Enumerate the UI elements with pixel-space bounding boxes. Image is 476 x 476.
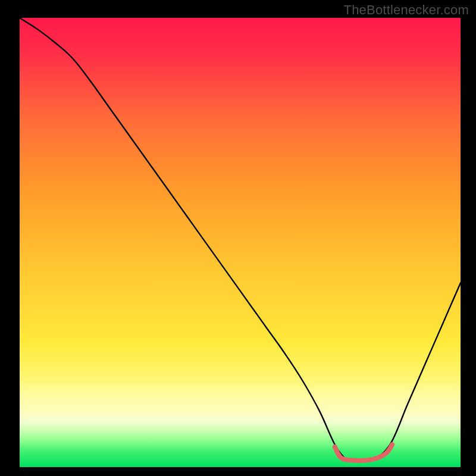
- chart-frame: TheBottlenecker.com: [0, 0, 476, 476]
- chart-svg: [20, 18, 461, 467]
- watermark-text: TheBottlenecker.com: [344, 2, 469, 18]
- plot-area: [20, 18, 461, 467]
- gradient-background: [20, 18, 461, 467]
